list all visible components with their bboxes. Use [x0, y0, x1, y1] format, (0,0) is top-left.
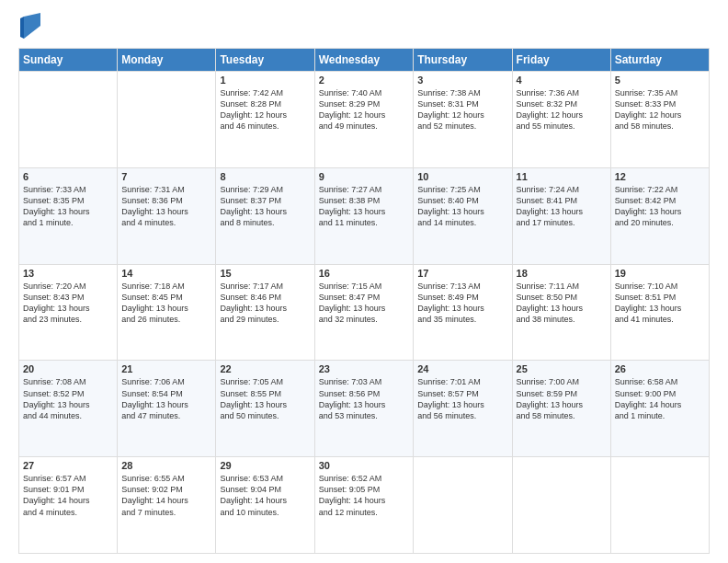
calendar-cell [414, 457, 512, 554]
calendar-day-header-saturday: Saturday [610, 49, 709, 72]
day-number: 20 [23, 363, 113, 374]
calendar-cell: 14Sunrise: 7:18 AMSunset: 8:45 PMDayligh… [118, 264, 216, 361]
calendar-cell: 4Sunrise: 7:36 AMSunset: 8:32 PMDaylight… [512, 72, 610, 168]
cell-text: Sunrise: 7:08 AMSunset: 8:52 PMDaylight:… [23, 376, 113, 421]
page: SundayMondayTuesdayWednesdayThursdayFrid… [0, 0, 728, 563]
calendar-table: SundayMondayTuesdayWednesdayThursdayFrid… [18, 48, 710, 554]
calendar-cell: 30Sunrise: 6:52 AMSunset: 9:05 PMDayligh… [314, 457, 414, 554]
day-number: 17 [417, 268, 507, 279]
cell-text: Sunrise: 7:05 AMSunset: 8:55 PMDaylight:… [220, 376, 310, 421]
calendar-cell [19, 72, 118, 168]
calendar-cell: 8Sunrise: 7:29 AMSunset: 8:37 PMDaylight… [216, 167, 314, 264]
calendar-cell: 28Sunrise: 6:55 AMSunset: 9:02 PMDayligh… [118, 457, 216, 554]
calendar-cell: 10Sunrise: 7:25 AMSunset: 8:40 PMDayligh… [414, 167, 512, 264]
calendar-cell: 20Sunrise: 7:08 AMSunset: 8:52 PMDayligh… [19, 361, 118, 457]
calendar-cell: 13Sunrise: 7:20 AMSunset: 8:43 PMDayligh… [19, 264, 118, 361]
cell-text: Sunrise: 7:42 AMSunset: 8:28 PMDaylight:… [220, 87, 310, 132]
day-number: 16 [319, 268, 410, 279]
calendar-cell [118, 72, 216, 168]
day-number: 11 [517, 171, 607, 182]
calendar-cell: 15Sunrise: 7:17 AMSunset: 8:46 PMDayligh… [216, 264, 314, 361]
calendar-cell: 23Sunrise: 7:03 AMSunset: 8:56 PMDayligh… [314, 361, 414, 457]
calendar-header-row: SundayMondayTuesdayWednesdayThursdayFrid… [19, 49, 710, 72]
day-number: 14 [121, 268, 211, 279]
calendar-cell: 29Sunrise: 6:53 AMSunset: 9:04 PMDayligh… [216, 457, 314, 554]
calendar-cell [512, 457, 610, 554]
cell-text: Sunrise: 7:36 AMSunset: 8:32 PMDaylight:… [517, 87, 607, 132]
calendar-cell: 16Sunrise: 7:15 AMSunset: 8:47 PMDayligh… [314, 264, 414, 361]
cell-text: Sunrise: 7:24 AMSunset: 8:41 PMDaylight:… [517, 184, 607, 229]
cell-text: Sunrise: 7:33 AMSunset: 8:35 PMDaylight:… [23, 184, 113, 229]
calendar-cell: 5Sunrise: 7:35 AMSunset: 8:33 PMDaylight… [610, 72, 709, 168]
logo [18, 17, 40, 39]
cell-text: Sunrise: 7:17 AMSunset: 8:46 PMDaylight:… [220, 281, 310, 326]
day-number: 24 [417, 363, 507, 374]
day-number: 2 [319, 75, 410, 86]
cell-text: Sunrise: 7:35 AMSunset: 8:33 PMDaylight:… [615, 87, 705, 132]
cell-text: Sunrise: 7:01 AMSunset: 8:57 PMDaylight:… [417, 376, 507, 421]
calendar-week-row: 13Sunrise: 7:20 AMSunset: 8:43 PMDayligh… [19, 264, 710, 361]
day-number: 25 [517, 363, 607, 374]
cell-text: Sunrise: 6:55 AMSunset: 9:02 PMDaylight:… [121, 473, 211, 518]
header [18, 17, 710, 39]
calendar-day-header-wednesday: Wednesday [314, 49, 414, 72]
cell-text: Sunrise: 7:22 AMSunset: 8:42 PMDaylight:… [615, 184, 705, 229]
cell-text: Sunrise: 7:40 AMSunset: 8:29 PMDaylight:… [319, 87, 410, 132]
cell-text: Sunrise: 7:27 AMSunset: 8:38 PMDaylight:… [319, 184, 410, 229]
cell-text: Sunrise: 7:25 AMSunset: 8:40 PMDaylight:… [417, 184, 507, 229]
cell-text: Sunrise: 7:10 AMSunset: 8:51 PMDaylight:… [615, 281, 705, 326]
day-number: 21 [121, 363, 211, 374]
day-number: 7 [121, 171, 211, 182]
day-number: 4 [517, 75, 607, 86]
day-number: 8 [220, 171, 310, 182]
day-number: 22 [220, 363, 310, 374]
calendar-cell: 17Sunrise: 7:13 AMSunset: 8:49 PMDayligh… [414, 264, 512, 361]
calendar-cell: 19Sunrise: 7:10 AMSunset: 8:51 PMDayligh… [610, 264, 709, 361]
calendar-day-header-monday: Monday [118, 49, 216, 72]
svg-marker-0 [24, 13, 40, 39]
calendar-week-row: 27Sunrise: 6:57 AMSunset: 9:01 PMDayligh… [19, 457, 710, 554]
calendar-cell: 1Sunrise: 7:42 AMSunset: 8:28 PMDaylight… [216, 72, 314, 168]
cell-text: Sunrise: 6:57 AMSunset: 9:01 PMDaylight:… [23, 473, 113, 518]
calendar-cell: 9Sunrise: 7:27 AMSunset: 8:38 PMDaylight… [314, 167, 414, 264]
day-number: 19 [615, 268, 705, 279]
calendar-week-row: 20Sunrise: 7:08 AMSunset: 8:52 PMDayligh… [19, 361, 710, 457]
day-number: 12 [615, 171, 705, 182]
day-number: 23 [319, 363, 410, 374]
calendar-cell: 18Sunrise: 7:11 AMSunset: 8:50 PMDayligh… [512, 264, 610, 361]
calendar-day-header-sunday: Sunday [19, 49, 118, 72]
day-number: 3 [417, 75, 507, 86]
day-number: 6 [23, 171, 113, 182]
day-number: 26 [615, 363, 705, 374]
cell-text: Sunrise: 7:00 AMSunset: 8:59 PMDaylight:… [517, 376, 607, 421]
day-number: 30 [319, 460, 410, 471]
day-number: 15 [220, 268, 310, 279]
svg-marker-1 [20, 17, 24, 39]
calendar-cell: 25Sunrise: 7:00 AMSunset: 8:59 PMDayligh… [512, 361, 610, 457]
calendar-cell: 24Sunrise: 7:01 AMSunset: 8:57 PMDayligh… [414, 361, 512, 457]
calendar-cell: 6Sunrise: 7:33 AMSunset: 8:35 PMDaylight… [19, 167, 118, 264]
logo-icon [20, 13, 40, 39]
cell-text: Sunrise: 7:31 AMSunset: 8:36 PMDaylight:… [121, 184, 211, 229]
cell-text: Sunrise: 7:29 AMSunset: 8:37 PMDaylight:… [220, 184, 310, 229]
cell-text: Sunrise: 7:13 AMSunset: 8:49 PMDaylight:… [417, 281, 507, 326]
day-number: 1 [220, 75, 310, 86]
calendar-cell: 22Sunrise: 7:05 AMSunset: 8:55 PMDayligh… [216, 361, 314, 457]
day-number: 29 [220, 460, 310, 471]
calendar-cell: 11Sunrise: 7:24 AMSunset: 8:41 PMDayligh… [512, 167, 610, 264]
day-number: 13 [23, 268, 113, 279]
cell-text: Sunrise: 7:15 AMSunset: 8:47 PMDaylight:… [319, 281, 410, 326]
cell-text: Sunrise: 7:11 AMSunset: 8:50 PMDaylight:… [517, 281, 607, 326]
cell-text: Sunrise: 7:18 AMSunset: 8:45 PMDaylight:… [121, 281, 211, 326]
cell-text: Sunrise: 7:06 AMSunset: 8:54 PMDaylight:… [121, 376, 211, 421]
calendar-cell: 7Sunrise: 7:31 AMSunset: 8:36 PMDaylight… [118, 167, 216, 264]
cell-text: Sunrise: 7:03 AMSunset: 8:56 PMDaylight:… [319, 376, 410, 421]
calendar-cell: 2Sunrise: 7:40 AMSunset: 8:29 PMDaylight… [314, 72, 414, 168]
cell-text: Sunrise: 7:20 AMSunset: 8:43 PMDaylight:… [23, 281, 113, 326]
calendar-cell: 26Sunrise: 6:58 AMSunset: 9:00 PMDayligh… [610, 361, 709, 457]
day-number: 18 [517, 268, 607, 279]
calendar-cell: 27Sunrise: 6:57 AMSunset: 9:01 PMDayligh… [19, 457, 118, 554]
calendar-week-row: 1Sunrise: 7:42 AMSunset: 8:28 PMDaylight… [19, 72, 710, 168]
calendar-cell: 3Sunrise: 7:38 AMSunset: 8:31 PMDaylight… [414, 72, 512, 168]
day-number: 5 [615, 75, 705, 86]
